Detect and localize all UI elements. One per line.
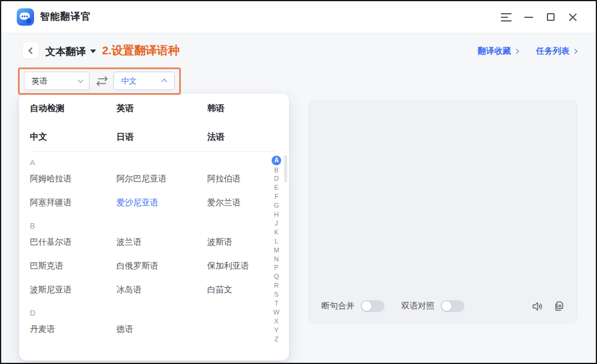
language-option[interactable]: 巴斯克语 (30, 261, 63, 272)
menu-icon[interactable] (500, 11, 513, 24)
alphabet-index-letter[interactable]: Q (274, 272, 279, 281)
alphabet-index-letter[interactable]: R (274, 281, 279, 290)
merge-sentences-label: 断句合并 (321, 301, 355, 311)
alphabet-index-active[interactable]: A (272, 156, 281, 165)
section-letter: A (19, 152, 289, 167)
alphabet-index: A B D E F G H J K L M N P Q R S T W X Y … (272, 156, 281, 344)
chevron-left-icon (28, 47, 35, 54)
close-icon[interactable] (566, 11, 579, 24)
language-option[interactable]: 保加利亚语 (207, 261, 249, 272)
section-letter: B (19, 215, 289, 230)
alphabet-index-letter[interactable]: H (274, 210, 279, 219)
language-option[interactable]: 阿塞拜疆语 (30, 198, 72, 208)
language-option[interactable]: 法语 (207, 131, 224, 143)
alphabet-index-letter[interactable]: L (275, 237, 278, 246)
target-language-select[interactable]: 中文 (113, 72, 175, 90)
bilingual-compare-toggle[interactable] (441, 300, 464, 312)
alphabet-index-letter[interactable]: F (275, 192, 279, 201)
page-title[interactable]: 文本翻译 (45, 45, 86, 58)
bilingual-compare-label: 双语对照 (401, 301, 435, 311)
alphabet-index-letter[interactable]: M (273, 246, 279, 255)
chevron-right-icon (514, 49, 519, 54)
merge-sentences-toggle[interactable] (361, 300, 384, 312)
language-option[interactable]: 冰岛语 (116, 285, 141, 295)
source-language-select[interactable]: 英语 (24, 72, 90, 90)
maximize-icon[interactable] (544, 11, 557, 24)
alphabet-index-letter[interactable]: G (274, 201, 279, 210)
chevron-up-icon (161, 79, 167, 85)
language-option[interactable]: 日语 (116, 131, 134, 143)
speaker-icon[interactable] (531, 300, 543, 312)
chevron-right-icon (573, 49, 577, 54)
language-option[interactable]: 白俄罗斯语 (116, 261, 158, 272)
language-option[interactable]: 丹麦语 (30, 324, 55, 335)
alphabet-index-letter[interactable]: E (274, 183, 278, 192)
chevron-down-icon (78, 77, 84, 83)
translation-result-panel: 断句合并 双语对照 (309, 100, 577, 323)
alphabet-index-letter[interactable]: J (275, 219, 278, 228)
scrollbar[interactable] (284, 155, 287, 183)
language-option[interactable]: 波斯尼亚语 (30, 285, 72, 295)
app-logo-icon (17, 8, 34, 26)
language-option[interactable]: 白苗文 (207, 285, 232, 295)
language-option[interactable]: 阿姆哈拉语 (30, 174, 72, 184)
alphabet-index-letter[interactable]: Z (275, 335, 279, 344)
alphabet-index-letter[interactable]: N (274, 255, 279, 264)
language-option[interactable]: 德语 (116, 324, 133, 335)
alphabet-index-letter[interactable]: K (274, 228, 278, 237)
app-window: 智能翻译官 文本翻译 2.设置翻译语种 翻译收藏 任务列表 英语 (0, 0, 597, 364)
result-toolbar: 断句合并 双语对照 (309, 289, 577, 323)
language-option[interactable]: 爱尔兰语 (207, 198, 241, 208)
window-controls (500, 11, 596, 24)
language-dropdown-panel: 自动检测 英语 韩语 中文 日语 法语 A 阿姆哈拉语 阿尔巴尼亚语 阿拉伯语 … (19, 94, 289, 360)
section-a-languages: 阿姆哈拉语 阿尔巴尼亚语 阿拉伯语 阿塞拜疆语 爱沙尼亚语 爱尔兰语 (19, 167, 289, 215)
caret-down-icon[interactable] (90, 50, 96, 53)
language-option[interactable]: 自动检测 (30, 103, 64, 114)
minimize-icon[interactable] (522, 11, 535, 24)
task-list-link[interactable]: 任务列表 (536, 46, 577, 57)
language-option[interactable]: 波兰语 (116, 237, 141, 248)
alphabet-index-letter[interactable]: W (273, 308, 279, 317)
language-option[interactable]: 中文 (30, 131, 47, 143)
alphabet-index-letter[interactable]: S (274, 290, 278, 299)
language-option-selected[interactable]: 爱沙尼亚语 (116, 198, 158, 208)
titlebar: 智能翻译官 (1, 1, 596, 33)
section-b-languages: 巴什基尔语 波兰语 波斯语 巴斯克语 白俄罗斯语 保加利亚语 波斯尼亚语 冰岛语… (19, 230, 289, 302)
pinned-languages: 自动检测 英语 韩语 中文 日语 法语 (19, 94, 289, 151)
alphabet-index-letter[interactable]: Y (274, 326, 278, 335)
language-option[interactable]: 巴什基尔语 (30, 237, 72, 248)
alphabet-index-letter[interactable]: P (274, 263, 278, 272)
app-title: 智能翻译官 (40, 11, 91, 23)
section-d-languages: 丹麦语 德语 (19, 317, 289, 341)
alphabet-index-letter[interactable]: X (274, 317, 278, 326)
language-option[interactable]: 英语 (116, 103, 134, 114)
swap-languages-icon[interactable] (96, 76, 109, 87)
language-option[interactable]: 波斯语 (207, 237, 232, 248)
language-option[interactable]: 阿拉伯语 (207, 174, 241, 184)
favorites-link[interactable]: 翻译收藏 (478, 46, 518, 57)
back-button[interactable] (23, 42, 39, 58)
nav-row: 文本翻译 2.设置翻译语种 翻译收藏 任务列表 (1, 34, 596, 61)
step-annotation: 2.设置翻译语种 (102, 43, 180, 58)
language-option[interactable]: 韩语 (207, 103, 224, 114)
alphabet-index-letter[interactable]: D (274, 174, 279, 183)
section-letter: D (19, 302, 289, 317)
alphabet-index-letter[interactable]: T (275, 299, 279, 308)
alphabet-index-letter[interactable]: B (274, 166, 278, 175)
copy-icon[interactable] (553, 300, 565, 312)
language-option[interactable]: 阿尔巴尼亚语 (116, 174, 167, 184)
